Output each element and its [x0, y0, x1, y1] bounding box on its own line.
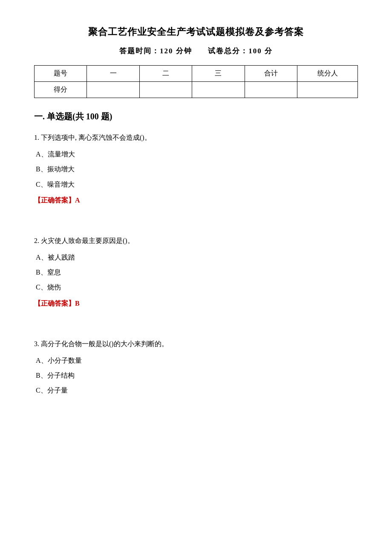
question-1-body: 下列选项中, 离心泵汽蚀不会造成()。	[41, 134, 151, 141]
answer-2-value: B	[75, 300, 80, 307]
question-3-option-c: C、分子量	[36, 384, 358, 396]
question-3-number: 3.	[34, 340, 39, 347]
question-3-option-b: B、分子结构	[36, 370, 358, 381]
question-2-option-c: C、烧伤	[36, 281, 358, 293]
question-2-option-b: B、窒息	[36, 266, 358, 278]
header-cell-1: 一	[87, 66, 139, 82]
question-1-answer: 【正确答案】A	[34, 196, 358, 205]
score-cell-3	[192, 82, 245, 98]
question-1-option-c: C、噪音增大	[36, 179, 358, 190]
question-block-3: 3. 高分子化合物一般是以()的大小来判断的。 A、小分子数量 B、分子结构 C…	[34, 338, 358, 396]
page-title: 聚合工艺作业安全生产考试试题模拟卷及参考答案	[34, 26, 358, 38]
subtitle-time: 答题时间：120 分钟	[119, 47, 192, 55]
spacer-1	[34, 218, 358, 235]
question-2-text: 2. 火灾使人致命最主要原因是()。	[34, 235, 358, 246]
question-block-1: 1. 下列选项中, 离心泵汽蚀不会造成()。 A、流量增大 B、振动增大 C、噪…	[34, 132, 358, 205]
header-cell-3: 三	[192, 66, 245, 82]
question-2-option-a: A、被人践踏	[36, 251, 358, 263]
answer-1-value: A	[75, 197, 80, 204]
table-header-row: 题号 一 二 三 合计 统分人	[35, 66, 358, 82]
score-label: 得分	[35, 82, 87, 98]
subtitle-row: 答题时间：120 分钟 试卷总分：100 分	[34, 46, 358, 56]
score-cell-1	[87, 82, 139, 98]
score-cell-2	[139, 82, 192, 98]
question-2-answer: 【正确答案】B	[34, 299, 358, 308]
question-block-2: 2. 火灾使人致命最主要原因是()。 A、被人践踏 B、窒息 C、烧伤 【正确答…	[34, 235, 358, 308]
score-table: 题号 一 二 三 合计 统分人 得分	[34, 65, 358, 98]
spacer-2	[34, 321, 358, 338]
question-1-text: 1. 下列选项中, 离心泵汽蚀不会造成()。	[34, 132, 358, 143]
header-cell-2: 二	[139, 66, 192, 82]
question-2-body: 火灾使人致命最主要原因是()。	[41, 237, 134, 244]
score-cell-total	[245, 82, 297, 98]
header-cell-0: 题号	[35, 66, 87, 82]
section1-title: 一. 单选题(共 100 题)	[34, 111, 358, 122]
question-3-body: 高分子化合物一般是以()的大小来判断的。	[41, 340, 168, 347]
header-cell-4: 合计	[245, 66, 297, 82]
answer-1-prefix: 【正确答案】	[34, 197, 75, 204]
answer-2-prefix: 【正确答案】	[34, 300, 75, 307]
question-2-number: 2.	[34, 237, 39, 244]
question-3-option-a: A、小分子数量	[36, 355, 358, 366]
question-1-option-b: B、振动增大	[36, 163, 358, 175]
table-score-row: 得分	[35, 82, 358, 98]
header-cell-5: 统分人	[297, 66, 358, 82]
question-1-option-a: A、流量增大	[36, 148, 358, 160]
question-1-number: 1.	[34, 134, 39, 141]
question-3-text: 3. 高分子化合物一般是以()的大小来判断的。	[34, 338, 358, 350]
subtitle-score: 试卷总分：100 分	[208, 47, 273, 55]
score-cell-grader	[297, 82, 358, 98]
